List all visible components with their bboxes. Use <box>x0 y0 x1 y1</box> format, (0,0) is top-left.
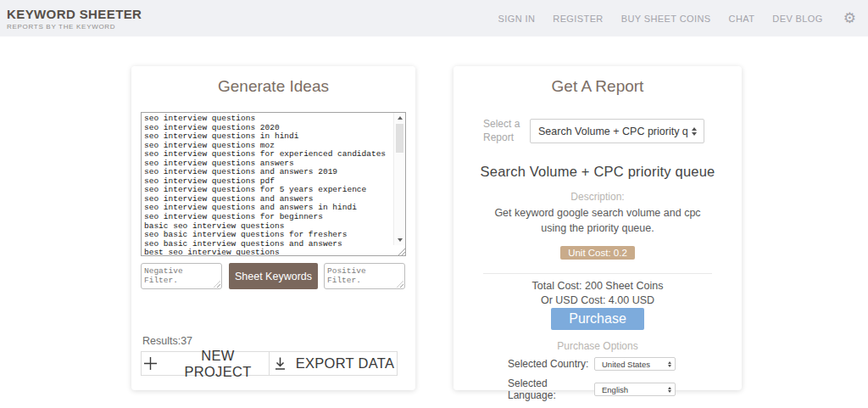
download-icon <box>272 355 288 372</box>
project-actions: NEW PROJECT EXPORT DATA <box>141 351 398 376</box>
country-label: Selected Country: <box>508 358 594 370</box>
logo[interactable]: KEYWORD SHEETER REPORTS BY THE KEYWORD <box>7 7 142 31</box>
selected-report-title: Search Volume + CPC priority queue <box>453 164 742 180</box>
keywords-textarea[interactable]: seo interview questions seo interview qu… <box>142 113 392 255</box>
generate-ideas-card: Generate Ideas seo interview questions s… <box>131 66 415 390</box>
negative-filter-input[interactable] <box>141 263 222 289</box>
gear-icon[interactable]: ⚙ <box>843 11 856 25</box>
language-label: Selected Language: <box>508 377 594 401</box>
select-arrows-icon <box>668 387 671 393</box>
purchase-wrap: Purchase <box>453 308 742 330</box>
negative-filter-wrap <box>141 263 222 289</box>
main-nav: SIGN IN REGISTER BUY SHEET COINS CHAT DE… <box>498 11 856 25</box>
unit-cost-wrap: Unit Cost: 0.2 <box>453 244 742 260</box>
header: KEYWORD SHEETER REPORTS BY THE KEYWORD S… <box>0 0 868 36</box>
positive-filter-input[interactable] <box>324 263 405 289</box>
scroll-up-icon[interactable] <box>394 113 405 123</box>
description-line: Get keyword google search volume and cpc <box>453 205 742 221</box>
report-select[interactable]: Search Volume + CPC priority queue <box>530 119 704 143</box>
nav-dev-blog[interactable]: DEV BLOG <box>772 14 822 24</box>
report-select-row: Select a Report Search Volume + CPC prio… <box>483 118 742 144</box>
nav-chat[interactable]: CHAT <box>729 14 755 24</box>
generate-ideas-title: Generate Ideas <box>131 77 415 96</box>
total-cost: Total Cost: 200 Sheet Coins <box>453 280 742 293</box>
language-select[interactable]: English <box>594 383 676 396</box>
purchase-button[interactable]: Purchase <box>551 308 644 330</box>
scrollbar-thumb[interactable] <box>396 124 403 153</box>
new-project-button[interactable]: NEW PROJECT <box>142 352 269 375</box>
language-select-value: English <box>602 385 628 394</box>
description-line: using the priority queue. <box>453 221 742 236</box>
unit-cost-badge: Unit Cost: 0.2 <box>560 246 635 260</box>
report-select-value: Search Volume + CPC priority queue <box>538 126 688 137</box>
nav-buy-sheet-coins[interactable]: BUY SHEET COINS <box>621 14 711 24</box>
select-arrows-icon <box>668 361 671 367</box>
keywords-box: seo interview questions seo interview qu… <box>141 112 406 256</box>
language-row: Selected Language: English <box>508 377 742 401</box>
country-select-value: United States <box>602 360 650 369</box>
usd-cost: Or USD Cost: 4.00 USD <box>453 294 742 307</box>
country-row: Selected Country: United States <box>508 357 742 371</box>
resize-grip-icon[interactable] <box>397 247 405 255</box>
logo-title: KEYWORD SHEETER <box>7 7 142 21</box>
keywords-scrollbar[interactable] <box>393 113 405 245</box>
purchase-options-label: Purchase Options <box>453 340 742 352</box>
description-label: Description: <box>453 191 742 203</box>
scroll-down-icon[interactable] <box>394 235 405 245</box>
new-project-label: NEW PROJECT <box>167 348 269 380</box>
logo-subtitle: REPORTS BY THE KEYWORD <box>7 23 142 31</box>
divider <box>483 273 712 274</box>
select-arrows-icon <box>692 127 697 136</box>
export-data-button[interactable]: EXPORT DATA <box>269 352 397 375</box>
nav-register[interactable]: REGISTER <box>553 14 603 24</box>
results-count: Results:37 <box>142 335 192 347</box>
plus-icon <box>142 355 159 372</box>
positive-filter-wrap <box>324 263 405 289</box>
country-select[interactable]: United States <box>594 357 676 371</box>
select-report-label: Select a Report <box>483 118 527 144</box>
nav-sign-in[interactable]: SIGN IN <box>498 14 536 24</box>
export-data-label: EXPORT DATA <box>296 355 395 372</box>
sheet-keywords-button[interactable]: Sheet Keywords <box>229 263 318 289</box>
get-report-card: Get A Report Select a Report Search Volu… <box>453 66 742 390</box>
get-report-title: Get A Report <box>453 77 742 96</box>
